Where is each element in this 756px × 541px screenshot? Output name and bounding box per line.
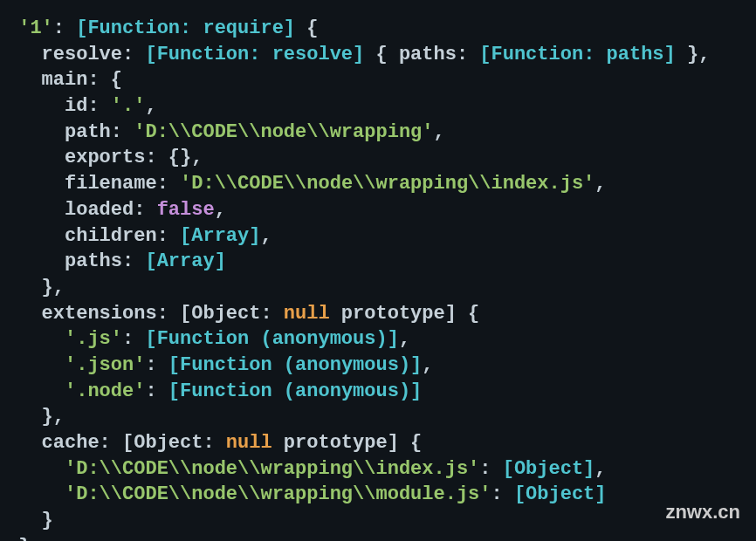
code-token: paths: bbox=[7, 250, 145, 272]
code-line: filename: 'D:\\CODE\\node\\wrapping\\ind… bbox=[7, 171, 749, 197]
code-line: }, bbox=[7, 534, 749, 541]
code-line: '.json': [Function (anonymous)], bbox=[7, 353, 749, 379]
code-token: children: bbox=[7, 225, 180, 247]
code-token: , bbox=[594, 173, 606, 195]
code-token: [Array] bbox=[180, 225, 260, 247]
code-token: '1' bbox=[18, 17, 53, 39]
code-token: }, bbox=[676, 44, 711, 65]
code-line: '.js': [Function (anonymous)], bbox=[7, 326, 749, 353]
code-line: path: 'D:\\CODE\\node\\wrapping', bbox=[7, 120, 749, 146]
code-token: null bbox=[284, 303, 330, 325]
code-token: false bbox=[157, 199, 215, 221]
code-token: { bbox=[295, 17, 318, 39]
code-token: }, bbox=[7, 277, 65, 298]
code-token: null bbox=[226, 432, 272, 454]
code-token: : bbox=[145, 354, 168, 376]
code-token bbox=[7, 483, 65, 505]
code-token: , bbox=[422, 354, 433, 376]
code-token: [Function: paths] bbox=[479, 44, 675, 65]
code-token: extensions: [Object: bbox=[7, 303, 284, 325]
code-token: , bbox=[399, 328, 410, 350]
code-token: : bbox=[479, 458, 502, 480]
code-token: '.js' bbox=[65, 328, 122, 350]
code-line: main: { bbox=[7, 67, 749, 93]
code-line: '1': [Function: require] { bbox=[7, 16, 749, 42]
code-token: '.json' bbox=[65, 354, 145, 376]
code-token: , bbox=[434, 121, 445, 143]
code-token: [Object] bbox=[514, 483, 607, 505]
code-line: loaded: false, bbox=[7, 197, 749, 223]
code-token: '.node' bbox=[65, 380, 145, 402]
code-line-cut bbox=[7, 3, 749, 16]
code-line: }, bbox=[7, 275, 749, 301]
code-token: } bbox=[7, 510, 53, 531]
code-line: 'D:\\CODE\\node\\wrapping\\index.js': [O… bbox=[7, 456, 749, 483]
code-token bbox=[7, 380, 65, 402]
code-line: id: '.', bbox=[7, 93, 749, 120]
code-token: loaded: bbox=[7, 199, 157, 221]
code-token: [Function (anonymous)] bbox=[145, 328, 398, 350]
code-token: exports: {}, bbox=[7, 147, 203, 168]
code-token: 'D:\\CODE\\node\\wrapping\\index.js' bbox=[180, 173, 594, 195]
code-line: paths: [Array] bbox=[7, 249, 749, 275]
code-token: '.' bbox=[111, 95, 146, 117]
code-token: , bbox=[215, 199, 226, 221]
code-line: children: [Array], bbox=[7, 223, 749, 250]
code-token bbox=[7, 328, 65, 350]
code-token bbox=[7, 17, 18, 39]
code-line: } bbox=[7, 508, 749, 534]
code-token: cache: [Object: bbox=[7, 432, 226, 454]
code-token: }, bbox=[7, 406, 65, 428]
code-token: : bbox=[122, 328, 145, 350]
code-token: [Array] bbox=[145, 250, 225, 272]
code-token: main: { bbox=[7, 69, 122, 91]
code-token: , bbox=[260, 225, 271, 247]
watermark-text: znwx.cn bbox=[665, 499, 740, 525]
code-token: [Function (anonymous)] bbox=[168, 380, 422, 402]
code-token: prototype] { bbox=[330, 303, 480, 325]
code-token: : bbox=[53, 17, 76, 39]
code-line: cache: [Object: null prototype] { bbox=[7, 430, 749, 456]
code-line: exports: {}, bbox=[7, 145, 749, 171]
code-token: : bbox=[145, 380, 168, 402]
code-token: 'D:\\CODE\\node\\wrapping\\index.js' bbox=[65, 458, 479, 480]
code-token bbox=[7, 458, 65, 480]
code-token: { paths: bbox=[364, 44, 479, 65]
code-token: prototype] { bbox=[272, 432, 423, 454]
code-token: 'D:\\CODE\\node\\wrapping\\module.js' bbox=[65, 483, 491, 505]
code-token: resolve: bbox=[7, 44, 145, 65]
code-token: path: bbox=[7, 121, 134, 143]
code-token: 'D:\\CODE\\node\\wrapping' bbox=[134, 121, 433, 143]
code-line: resolve: [Function: resolve] { paths: [F… bbox=[7, 42, 749, 68]
code-token: , bbox=[145, 95, 156, 117]
code-token: [Object] bbox=[503, 458, 595, 480]
code-token: id: bbox=[7, 95, 111, 117]
code-token bbox=[7, 354, 65, 376]
code-token: [Function: require] bbox=[76, 17, 295, 39]
code-line: extensions: [Object: null prototype] { bbox=[7, 301, 749, 327]
code-token: , bbox=[594, 458, 606, 480]
code-token: : bbox=[491, 483, 514, 505]
console-output: '1': [Function: require] { resolve: [Fun… bbox=[7, 0, 749, 541]
code-token: }, bbox=[7, 536, 42, 541]
code-line: 'D:\\CODE\\node\\wrapping\\module.js': [… bbox=[7, 482, 749, 508]
code-token: [Function: resolve] bbox=[145, 44, 364, 65]
code-line: }, bbox=[7, 404, 749, 430]
code-token: filename: bbox=[7, 173, 180, 195]
code-line: '.node': [Function (anonymous)] bbox=[7, 379, 749, 405]
code-token: [Function (anonymous)] bbox=[168, 354, 422, 376]
